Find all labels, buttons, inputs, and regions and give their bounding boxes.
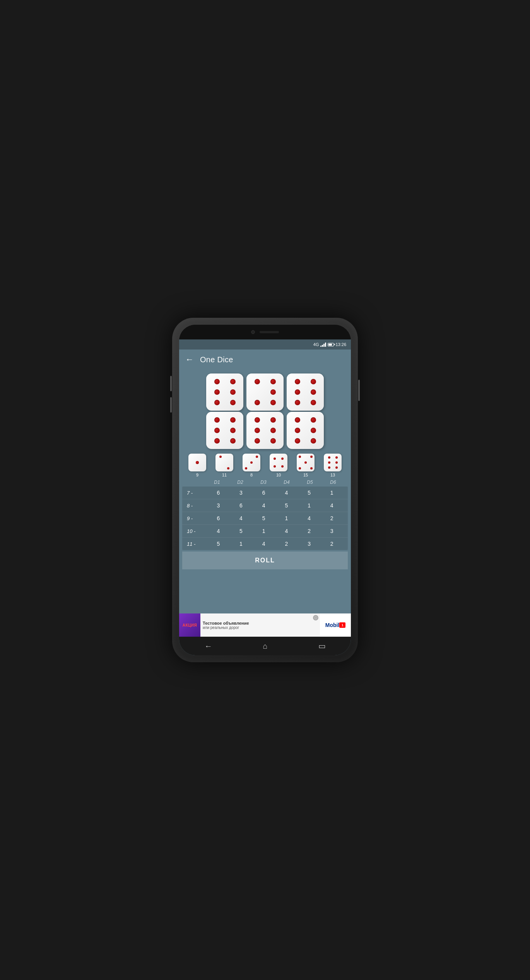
cell-r1-c2: 4	[252, 502, 275, 509]
ad-text2: или реальных дорог	[203, 625, 318, 630]
ad-banner: АКЦИЯ Тестовое объявление или реальных д…	[179, 613, 351, 637]
app-screen: 4G 13:26 ← One Dice	[179, 339, 351, 655]
nav-home-button[interactable]: ⌂	[255, 639, 275, 654]
cell-r3-c4: 2	[298, 528, 321, 534]
cell-r2-c4: 4	[298, 515, 321, 521]
row-label-2: 9 -	[187, 516, 207, 521]
nav-back-button[interactable]: ←	[197, 639, 220, 654]
small-die-label-5: 15	[303, 473, 308, 477]
col-header-d1: D1	[205, 480, 229, 485]
small-die-3: 8	[243, 454, 260, 477]
ad-suffix: 1	[339, 622, 345, 628]
phone-top-hardware	[179, 325, 351, 339]
roll-button[interactable]: ROLL	[182, 552, 348, 569]
earpiece-speaker	[260, 331, 279, 333]
cell-r3-c5: 3	[320, 528, 343, 534]
ad-close-button[interactable]: ⓘ	[313, 615, 318, 620]
col-header-d3: D3	[252, 480, 275, 485]
network-label: 4G	[313, 342, 319, 347]
cell-r0-c2: 6	[252, 490, 275, 496]
app-bar: ← One Dice	[179, 350, 351, 370]
ad-brand-text: Mobil	[325, 622, 340, 628]
die-large-top-3	[287, 373, 324, 411]
back-button[interactable]: ←	[185, 355, 194, 365]
small-die-label-2: 11	[222, 473, 227, 477]
small-die-label-1: 9	[196, 473, 198, 477]
roll-button-area: ROLL	[182, 552, 348, 571]
cell-r2-c1: 4	[230, 515, 253, 521]
row-label-4: 11 -	[187, 541, 207, 547]
cell-r0-c1: 3	[230, 490, 253, 496]
cell-r4-c0: 5	[207, 541, 230, 547]
table-row: 8 -364514	[182, 499, 348, 512]
power-button[interactable]	[358, 380, 360, 401]
small-die-label-6: 13	[330, 473, 335, 477]
cell-r0-c4: 5	[298, 490, 321, 496]
cell-r2-c0: 6	[207, 515, 230, 521]
col-header-d5: D5	[298, 480, 321, 485]
small-die-4: 10	[270, 454, 287, 477]
cell-r2-c3: 1	[275, 515, 298, 521]
cell-r3-c3: 4	[275, 528, 298, 534]
camera-lens	[251, 330, 255, 334]
small-die-5: 15	[297, 454, 315, 477]
cell-r2-c5: 2	[320, 515, 343, 521]
ad-akciya-text: АКЦИЯ	[183, 623, 197, 627]
small-die-label-4: 10	[276, 473, 281, 477]
cell-r0-c5: 1	[320, 490, 343, 496]
dice-pair-1	[206, 373, 243, 449]
vol-down-button[interactable]	[170, 397, 172, 413]
cell-r3-c2: 1	[252, 528, 275, 534]
small-die-2: 11	[215, 454, 233, 477]
cell-r1-c4: 1	[298, 502, 321, 509]
phone-screen: 4G 13:26 ← One Dice	[179, 325, 351, 655]
cell-r1-c1: 6	[230, 502, 253, 509]
table-row: 9 -645142	[182, 512, 348, 525]
status-icons: 4G 13:26	[313, 342, 346, 347]
row-label-0: 7 -	[187, 490, 207, 496]
cell-r4-c3: 2	[275, 541, 298, 547]
large-dice-area	[182, 373, 348, 449]
die-large-bot-1	[206, 412, 243, 449]
die-large-bot-3	[287, 412, 324, 449]
dice-pair-3	[287, 373, 324, 449]
small-die-label-3: 8	[250, 473, 253, 477]
die-large-top-1	[206, 373, 243, 411]
cell-r0-c3: 4	[275, 490, 298, 496]
signal-icon	[320, 342, 326, 347]
bottom-nav: ← ⌂ ▭	[179, 637, 351, 655]
die-large-top-2	[246, 373, 284, 411]
cell-r1-c5: 4	[320, 502, 343, 509]
dice-pair-2	[246, 373, 284, 449]
column-headers: D1 D2 D3 D4 D5 D6	[182, 478, 348, 487]
row-label-3: 10 -	[187, 528, 207, 534]
cell-r2-c2: 5	[252, 515, 275, 521]
phone-frame: 4G 13:26 ← One Dice	[172, 318, 358, 662]
data-table: 7 -6364518 -3645149 -64514210 -45142311 …	[182, 487, 348, 550]
table-row: 7 -636451	[182, 487, 348, 499]
cell-r1-c0: 3	[207, 502, 230, 509]
cell-r3-c0: 4	[207, 528, 230, 534]
cell-r4-c4: 3	[298, 541, 321, 547]
page-title: One Dice	[200, 355, 233, 364]
cell-r1-c3: 5	[275, 502, 298, 509]
small-die-6: 13	[324, 454, 342, 477]
cell-r4-c5: 2	[320, 541, 343, 547]
status-bar: 4G 13:26	[179, 339, 351, 350]
row-label-1: 8 -	[187, 503, 207, 509]
nav-recents-button[interactable]: ▭	[311, 638, 333, 654]
cell-r4-c2: 4	[252, 541, 275, 547]
table-row: 11 -514232	[182, 538, 348, 550]
cell-r0-c0: 6	[207, 490, 230, 496]
main-content: 9 11	[179, 370, 351, 613]
small-dice-row: 9 11	[182, 452, 348, 477]
ad-brand-area: Mobil 1	[320, 613, 351, 637]
ad-text1: Тестовое объявление	[203, 621, 318, 625]
clock: 13:26	[335, 342, 346, 347]
table-row: 10 -451423	[182, 525, 348, 538]
cell-r4-c1: 1	[230, 541, 253, 547]
cell-r3-c1: 5	[230, 528, 253, 534]
col-header-d2: D2	[229, 480, 252, 485]
col-header-d6: D6	[321, 480, 345, 485]
vol-up-button[interactable]	[170, 376, 172, 391]
